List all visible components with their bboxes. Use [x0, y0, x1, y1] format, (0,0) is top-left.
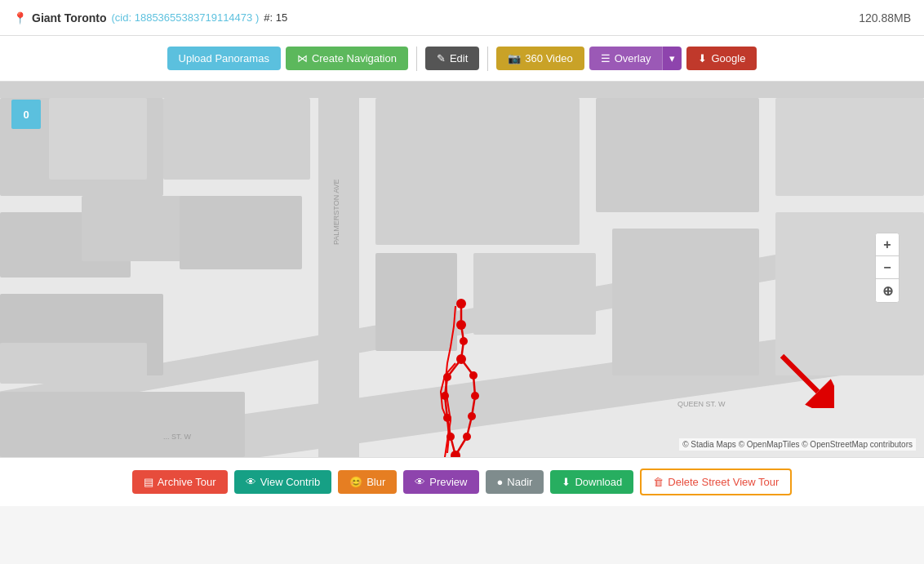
- memory-usage: 120.88MB: [859, 11, 911, 24]
- upload-panoramas-button[interactable]: Upload Panoramas: [167, 47, 281, 70]
- svg-rect-8: [49, 98, 147, 180]
- overlay-button[interactable]: ☰ Overlay: [589, 47, 663, 70]
- svg-point-43: [456, 354, 466, 364]
- svg-rect-19: [0, 392, 245, 457]
- view-contrib-button[interactable]: 👁 View Contrib: [234, 470, 331, 494]
- create-navigation-button[interactable]: ⋈ Create Navigation: [286, 47, 408, 70]
- svg-point-40: [456, 299, 466, 309]
- svg-point-42: [460, 337, 468, 345]
- svg-point-41: [456, 320, 466, 330]
- svg-rect-11: [180, 196, 302, 269]
- svg-text:PALMERSTON AVE: PALMERSTON AVE: [332, 179, 340, 245]
- download-icon: ⬇: [562, 476, 571, 488]
- eye-icon: 👁: [246, 476, 256, 488]
- delete-icon: 🗑: [653, 476, 664, 488]
- svg-rect-4: [0, 82, 924, 98]
- top-toolbar: Upload Panoramas ⋈ Create Navigation ✎ E…: [0, 36, 924, 82]
- google-button[interactable]: ⬇ Google: [686, 47, 757, 70]
- svg-rect-3: [318, 82, 359, 457]
- video-icon: 📷: [508, 52, 521, 64]
- svg-point-51: [463, 433, 471, 441]
- svg-point-45: [469, 371, 478, 380]
- svg-text:QUEEN ST. W: QUEEN ST. W: [677, 400, 726, 408]
- 360-video-button[interactable]: 📷 360 Video: [496, 47, 584, 70]
- svg-point-47: [471, 392, 479, 400]
- map-svg: PALMERSTON AVE QUEEN ST. W ... ST. W: [0, 82, 924, 457]
- toolbar-divider: [416, 47, 417, 71]
- location-icon: 📍: [13, 11, 27, 24]
- svg-rect-15: [375, 253, 457, 351]
- svg-rect-14: [775, 98, 924, 196]
- header-left: 📍 Giant Toronto (cid: 188536553837191144…: [13, 11, 287, 24]
- reset-bearing-button[interactable]: ⊕: [876, 279, 899, 302]
- svg-rect-12: [375, 98, 580, 245]
- map-container[interactable]: PALMERSTON AVE QUEEN ST. W ... ST. W: [0, 82, 924, 457]
- header: 📍 Giant Toronto (cid: 188536553837191144…: [0, 0, 924, 36]
- delete-street-view-tour-button[interactable]: 🗑 Delete Street View Tour: [640, 469, 792, 495]
- map-controls: + − ⊕: [875, 233, 900, 303]
- zoom-in-button[interactable]: +: [876, 233, 899, 256]
- svg-text:... ST. W: ... ST. W: [163, 433, 192, 441]
- svg-rect-18: [775, 212, 924, 375]
- google-icon: ⬇: [698, 52, 707, 64]
- cid-label: (cid: 18853655383719114473 ): [112, 11, 260, 24]
- zoom-out-button[interactable]: −: [876, 256, 899, 279]
- preview-button[interactable]: 👁 Preview: [403, 470, 478, 494]
- svg-point-48: [443, 414, 451, 422]
- archive-icon: ▤: [144, 476, 153, 488]
- svg-point-46: [441, 392, 449, 400]
- edit-button[interactable]: ✎ Edit: [425, 47, 479, 70]
- overlay-group: ☰ Overlay ▾: [589, 47, 682, 70]
- cid-value: 18853655383719114473: [135, 11, 253, 24]
- nadir-icon: ●: [497, 476, 504, 488]
- svg-rect-20: [0, 343, 147, 384]
- overlay-icon: ☰: [601, 52, 611, 64]
- blur-icon: 😊: [349, 476, 362, 488]
- svg-point-49: [468, 412, 476, 420]
- archive-tour-button[interactable]: ▤ Archive Tour: [132, 470, 228, 494]
- svg-rect-16: [473, 253, 596, 335]
- svg-rect-17: [612, 229, 759, 375]
- hash-label: #: 15: [264, 11, 287, 24]
- preview-icon: 👁: [415, 476, 425, 488]
- download-button[interactable]: ⬇ Download: [550, 470, 633, 494]
- edit-icon: ✎: [437, 52, 446, 64]
- svg-point-50: [446, 433, 455, 441]
- svg-rect-10: [163, 98, 310, 180]
- svg-rect-13: [596, 98, 759, 212]
- overlay-dropdown-button[interactable]: ▾: [662, 47, 682, 70]
- map-attribution: © Stadia Maps © OpenMapTiles © OpenStree…: [679, 438, 916, 451]
- badge-counter: 0: [11, 100, 41, 129]
- create-nav-icon: ⋈: [297, 52, 308, 64]
- blur-button[interactable]: 😊 Blur: [338, 470, 397, 494]
- svg-point-44: [443, 373, 451, 381]
- nadir-button[interactable]: ● Nadir: [486, 470, 544, 494]
- page-title: Giant Toronto: [32, 11, 107, 24]
- toolbar-divider-2: [487, 47, 488, 71]
- bottom-toolbar: ▤ Archive Tour 👁 View Contrib 😊 Blur 👁 P…: [0, 457, 924, 506]
